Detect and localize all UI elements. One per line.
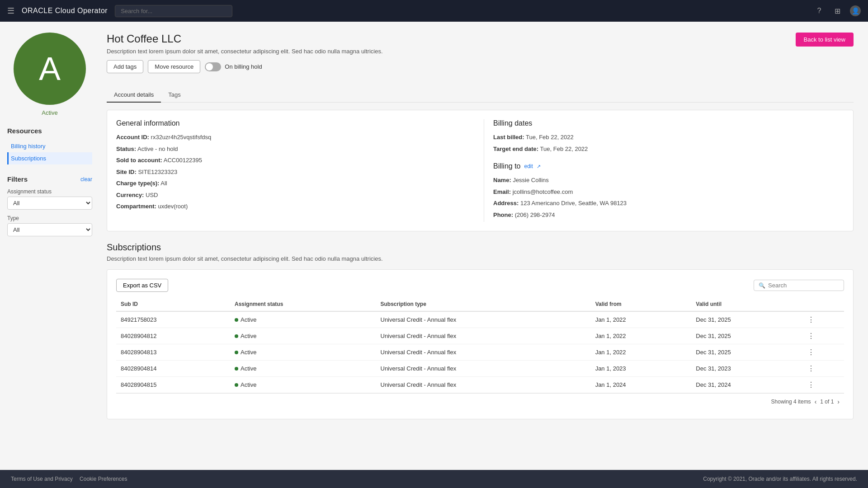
billing-name-label: Name:	[493, 177, 511, 183]
assignment-status-filter: Assignment status All	[7, 188, 92, 210]
table-row: 84028904812 Active Universal Credit - An…	[116, 328, 844, 344]
avatar: A	[14, 33, 86, 105]
col-valid-until: Valid until	[691, 297, 802, 311]
billing-section: Billing dates Last billed: Tue, Feb 22, …	[484, 119, 844, 222]
filters-section: Filters clear Assignment status All Type…	[7, 175, 92, 236]
sidebar-item-billing-history[interactable]: Billing history	[7, 140, 92, 152]
cell-row-menu[interactable]: ⋮	[803, 377, 844, 393]
general-info-title: General information	[116, 119, 476, 127]
export-csv-button[interactable]: Export as CSV	[116, 279, 168, 292]
row-menu-icon[interactable]: ⋮	[807, 348, 815, 356]
billing-to-title: Billing to	[493, 162, 520, 170]
cell-valid-from: Jan 1, 2022	[591, 328, 692, 344]
billing-address-row: Address: 123 Americano Drive, Seattle, W…	[493, 199, 844, 208]
subscriptions-title: Subscriptions	[107, 242, 854, 253]
table-search-container: 🔍	[754, 280, 844, 291]
main-content: Hot Coffee LLC Description text lorem ip…	[99, 22, 868, 470]
billing-hold-toggle[interactable]	[205, 62, 221, 71]
sold-to-row: Sold to account: ACC00122395	[116, 156, 476, 165]
sold-to-value: ACC00122395	[164, 157, 202, 164]
row-menu-icon[interactable]: ⋮	[807, 316, 815, 324]
help-icon[interactable]: ?	[814, 5, 825, 16]
cell-valid-from: Jan 1, 2022	[591, 311, 692, 328]
table-row: 84028904815 Active Universal Credit - An…	[116, 377, 844, 393]
filters-title: Filters	[7, 175, 28, 183]
currency-value: USD	[146, 192, 158, 198]
col-actions	[803, 297, 844, 311]
cell-sub-id: 84028904813	[116, 344, 230, 361]
compartment-row: Compartment: uxdev(root)	[116, 202, 476, 211]
subscriptions-table: Sub ID Assignment status Subscription ty…	[116, 297, 844, 393]
site-id-row: Site ID: SITE12323323	[116, 168, 476, 177]
cell-status: Active	[230, 328, 376, 344]
row-menu-icon[interactable]: ⋮	[807, 365, 815, 372]
subscriptions-card: Export as CSV 🔍 Sub ID Assignment status…	[107, 269, 854, 419]
cell-valid-until: Dec 31, 2025	[691, 311, 802, 328]
resources-section: Resources Billing history Subscriptions	[7, 127, 92, 164]
terms-link[interactable]: Terms of Use and Privacy	[11, 476, 73, 482]
type-select[interactable]: All	[7, 223, 92, 236]
sold-to-label: Sold to account:	[116, 157, 162, 164]
billing-phone-label: Phone:	[493, 211, 513, 218]
cell-valid-from: Jan 1, 2022	[591, 344, 692, 361]
cell-status: Active	[230, 361, 376, 377]
currency-label: Currency:	[116, 192, 144, 198]
col-subscription-type: Subscription type	[376, 297, 591, 311]
assignment-status-label: Assignment status	[7, 188, 92, 195]
next-page-button[interactable]: ›	[837, 398, 840, 405]
clear-filters-link[interactable]: clear	[80, 176, 92, 183]
status-dot-icon	[235, 367, 238, 371]
billing-address-label: Address:	[493, 200, 519, 206]
action-row: Add tags Move resource On billing hold	[107, 60, 383, 73]
avatar-section: A Active	[7, 33, 92, 116]
general-info-card: General information Account ID: rx32uzr4…	[107, 110, 854, 231]
cell-valid-from: Jan 1, 2024	[591, 377, 692, 393]
user-avatar-icon[interactable]: 👤	[850, 5, 861, 16]
cell-valid-from: Jan 1, 2023	[591, 361, 692, 377]
back-to-list-button[interactable]: Back to list view	[796, 33, 854, 47]
billing-email-row: Email: jcollins@hotcoffee.com	[493, 188, 844, 197]
table-row: 84921758023 Active Universal Credit - An…	[116, 311, 844, 328]
cell-status: Active	[230, 311, 376, 328]
billing-email-label: Email:	[493, 188, 511, 195]
currency-row: Currency: USD	[116, 191, 476, 200]
billing-to-edit-link[interactable]: edit	[524, 163, 533, 169]
hamburger-icon[interactable]: ☰	[7, 6, 14, 16]
add-tags-button[interactable]: Add tags	[107, 60, 143, 73]
last-billed-row: Last billed: Tue, Feb 22, 2022	[493, 133, 844, 142]
cell-row-menu[interactable]: ⋮	[803, 361, 844, 377]
type-label: Type	[7, 215, 92, 221]
tab-tags[interactable]: Tags	[161, 88, 188, 103]
cell-row-menu[interactable]: ⋮	[803, 311, 844, 328]
cell-row-menu[interactable]: ⋮	[803, 328, 844, 344]
cell-type: Universal Credit - Annual flex	[376, 328, 591, 344]
cell-row-menu[interactable]: ⋮	[803, 344, 844, 361]
account-status-badge: Active	[42, 109, 57, 116]
brand-logo: ORACLE Cloud Operator	[22, 7, 108, 15]
billing-hold-label: On billing hold	[225, 63, 262, 70]
prev-page-button[interactable]: ‹	[815, 398, 817, 405]
charge-types-label: Charge type(s):	[116, 180, 159, 187]
cookie-link[interactable]: Cookie Preferences	[80, 476, 127, 482]
move-resource-button[interactable]: Move resource	[148, 60, 200, 73]
last-billed-label: Last billed:	[493, 134, 524, 141]
tab-account-details[interactable]: Account details	[107, 88, 161, 103]
status-dot-icon	[235, 334, 238, 338]
sidebar-item-subscriptions[interactable]: Subscriptions	[7, 152, 92, 164]
company-description: Description text lorem ipsum dolor sit a…	[107, 48, 383, 55]
billing-email-value: jcollins@hotcoffee.com	[513, 188, 573, 195]
billing-name-row: Name: Jessie Collins	[493, 176, 844, 185]
table-toolbar: Export as CSV 🔍	[116, 279, 844, 292]
table-search-input[interactable]	[768, 282, 839, 289]
resources-title: Resources	[7, 127, 92, 135]
row-menu-icon[interactable]: ⋮	[807, 381, 815, 389]
nav-icon-group: ? ⊞ 👤	[814, 5, 861, 16]
assignment-status-select[interactable]: All	[7, 197, 92, 210]
status-value: Active - no hold	[137, 145, 178, 152]
cell-status: Active	[230, 377, 376, 393]
table-header-row: Sub ID Assignment status Subscription ty…	[116, 297, 844, 311]
global-search-input[interactable]	[115, 5, 232, 17]
grid-icon[interactable]: ⊞	[832, 5, 843, 16]
row-menu-icon[interactable]: ⋮	[807, 332, 815, 340]
pagination: Showing 4 items ‹ 1 of 1 ›	[116, 393, 844, 410]
